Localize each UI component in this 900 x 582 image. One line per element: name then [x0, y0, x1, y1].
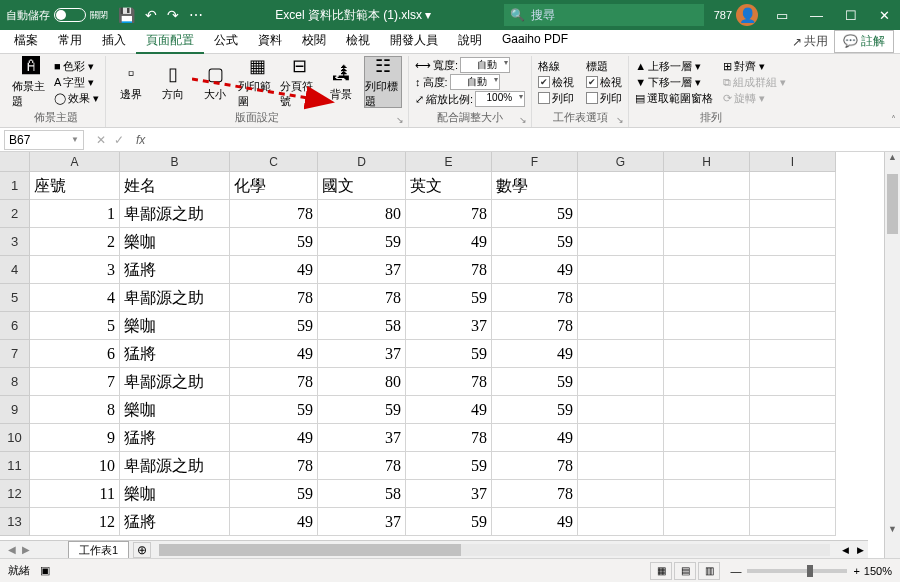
cell[interactable]: 59	[406, 340, 492, 368]
scale-ratio-input[interactable]: 100%	[475, 91, 525, 107]
cell[interactable]: 78	[492, 312, 578, 340]
cell[interactable]: 80	[318, 200, 406, 228]
zoom-slider[interactable]	[747, 569, 847, 573]
zoom-level[interactable]: 150%	[864, 565, 892, 577]
cell[interactable]	[578, 424, 664, 452]
save-icon[interactable]: 💾	[118, 7, 135, 23]
cell[interactable]: 姓名	[120, 172, 230, 200]
cell[interactable]: 9	[30, 424, 120, 452]
row-header[interactable]: 7	[0, 340, 30, 368]
cell[interactable]: 78	[230, 284, 318, 312]
background-button[interactable]: 🏞背景	[322, 56, 360, 108]
cell[interactable]: 78	[230, 368, 318, 396]
cell[interactable]	[750, 340, 836, 368]
row-header[interactable]: 12	[0, 480, 30, 508]
cell[interactable]: 59	[492, 396, 578, 424]
cell[interactable]: 49	[230, 256, 318, 284]
cell[interactable]: 59	[406, 508, 492, 536]
cell[interactable]: 58	[318, 312, 406, 340]
cell[interactable]: 猛將	[120, 256, 230, 284]
cell[interactable]	[664, 284, 750, 312]
page-layout-view-icon[interactable]: ▤	[674, 562, 696, 580]
cell[interactable]: 5	[30, 312, 120, 340]
minimize-icon[interactable]: —	[806, 8, 827, 23]
cell[interactable]: 37	[318, 256, 406, 284]
redo-icon[interactable]: ↷	[167, 7, 179, 23]
cell[interactable]: 59	[492, 368, 578, 396]
cell[interactable]: 6	[30, 340, 120, 368]
enter-formula-icon[interactable]: ✓	[114, 133, 124, 147]
more-icon[interactable]: ⋯	[189, 7, 203, 23]
cell[interactable]: 3	[30, 256, 120, 284]
theme-fonts-button[interactable]: A字型 ▾	[54, 75, 99, 90]
scale-height-input[interactable]: 自動	[450, 74, 500, 90]
cell[interactable]	[664, 312, 750, 340]
theme-colors-button[interactable]: ■色彩 ▾	[54, 59, 99, 74]
cell[interactable]	[664, 340, 750, 368]
cell[interactable]: 59	[318, 396, 406, 424]
size-button[interactable]: ▢大小	[196, 56, 234, 108]
cell[interactable]	[578, 508, 664, 536]
cell[interactable]: 49	[492, 340, 578, 368]
cell[interactable]: 78	[406, 424, 492, 452]
row-header[interactable]: 5	[0, 284, 30, 312]
cell[interactable]	[664, 368, 750, 396]
share-button[interactable]: ↗ 共用	[792, 33, 828, 50]
cell[interactable]: 8	[30, 396, 120, 424]
cell[interactable]	[750, 228, 836, 256]
column-header[interactable]: F	[492, 152, 578, 172]
cell[interactable]: 59	[406, 284, 492, 312]
cell[interactable]: 猛將	[120, 340, 230, 368]
cancel-formula-icon[interactable]: ✕	[96, 133, 106, 147]
autosave-toggle[interactable]: 自動儲存 關閉	[6, 8, 108, 23]
page-break-view-icon[interactable]: ▥	[698, 562, 720, 580]
ribbon-tab-0[interactable]: 檔案	[4, 29, 48, 54]
cell[interactable]: 樂咖	[120, 480, 230, 508]
row-header[interactable]: 13	[0, 508, 30, 536]
column-header[interactable]: H	[664, 152, 750, 172]
cell[interactable]: 國文	[318, 172, 406, 200]
cell[interactable]	[750, 256, 836, 284]
column-header[interactable]: I	[750, 152, 836, 172]
cell[interactable]: 78	[492, 480, 578, 508]
align-button[interactable]: ⊞對齊 ▾	[723, 59, 786, 74]
cell[interactable]: 卑鄙源之助	[120, 200, 230, 228]
column-header[interactable]: E	[406, 152, 492, 172]
ribbon-tab-1[interactable]: 常用	[48, 29, 92, 54]
send-backward-button[interactable]: ▼下移一層 ▾	[635, 75, 713, 90]
column-header[interactable]: D	[318, 152, 406, 172]
maximize-icon[interactable]: ☐	[841, 8, 861, 23]
cell[interactable]	[578, 284, 664, 312]
cell[interactable]: 59	[230, 480, 318, 508]
breaks-button[interactable]: ⊟分頁符號	[280, 56, 318, 108]
print-area-button[interactable]: ▦列印範圍	[238, 56, 276, 108]
cell[interactable]	[578, 256, 664, 284]
cell[interactable]	[664, 452, 750, 480]
cell[interactable]: 59	[492, 200, 578, 228]
cell[interactable]	[578, 312, 664, 340]
cell[interactable]: 49	[230, 508, 318, 536]
row-header[interactable]: 2	[0, 200, 30, 228]
cell[interactable]	[750, 200, 836, 228]
cell[interactable]: 49	[492, 424, 578, 452]
add-sheet-button[interactable]: ⊕	[133, 542, 151, 558]
cell[interactable]	[750, 284, 836, 312]
ribbon-tab-9[interactable]: 說明	[448, 29, 492, 54]
nav-last-icon[interactable]: ▶	[22, 544, 30, 555]
select-all-button[interactable]	[0, 152, 30, 172]
cell[interactable]: 猛將	[120, 424, 230, 452]
row-header[interactable]: 1	[0, 172, 30, 200]
cell[interactable]: 49	[230, 340, 318, 368]
cell[interactable]	[750, 312, 836, 340]
scroll-up-icon[interactable]: ▲	[885, 152, 900, 168]
sheet-tab[interactable]: 工作表1	[68, 541, 129, 559]
cell[interactable]: 37	[406, 480, 492, 508]
cell[interactable]: 座號	[30, 172, 120, 200]
vertical-scrollbar[interactable]: ▲ ▼	[884, 152, 900, 558]
cell[interactable]	[664, 228, 750, 256]
cell[interactable]: 59	[230, 228, 318, 256]
cell[interactable]	[750, 172, 836, 200]
cell[interactable]: 49	[406, 396, 492, 424]
row-header[interactable]: 9	[0, 396, 30, 424]
margins-button[interactable]: ▫邊界	[112, 56, 150, 108]
